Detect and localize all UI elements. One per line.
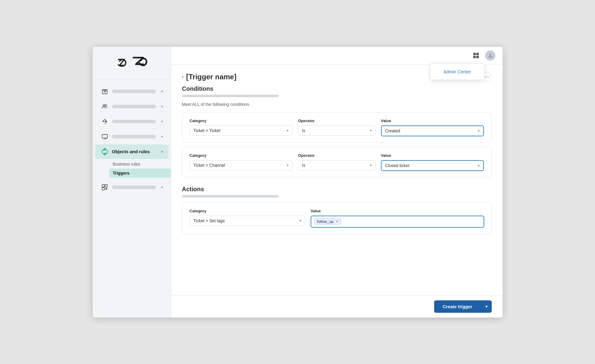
condition-2-operator-chevron: ▾ xyxy=(370,163,372,167)
condition-card-1: Category Ticket > Ticket ▾ Operator Is ▾ xyxy=(182,112,492,143)
svg-rect-1 xyxy=(104,91,105,92)
conditions-description: Meet ALL of the following conditions xyxy=(182,102,492,107)
condition-1-category-select[interactable]: Ticket > Ticket ▾ xyxy=(190,125,293,136)
condition-2-value-col: Value Closed ticket ▾ xyxy=(381,153,484,171)
apps-icon xyxy=(101,183,109,191)
action-1-category-select[interactable]: Ticket > Set tags ▾ xyxy=(190,216,305,226)
dropdown-arrow: ▾ xyxy=(485,304,488,309)
actions-bar xyxy=(182,195,279,198)
back-arrow[interactable]: ‹ xyxy=(182,74,184,80)
svg-rect-13 xyxy=(476,53,479,55)
condition-2-category-chevron: ▾ xyxy=(287,163,289,167)
svg-rect-11 xyxy=(102,188,104,190)
admin-center-dropdown: Admin Center xyxy=(430,63,485,80)
condition-1-operator-value: Is xyxy=(302,128,305,133)
nav-placeholder-apps xyxy=(112,185,156,189)
sidebar-item-business-rules[interactable]: Business rules xyxy=(109,160,171,169)
sidebar-item-triggers[interactable]: Triggers xyxy=(109,169,171,178)
conditions-section: Conditions Meet ALL of the following con… xyxy=(182,85,492,177)
action-1-tag-input[interactable]: follow_up ✕ xyxy=(311,216,484,228)
condition-1-category-col: Category Ticket > Ticket ▾ xyxy=(190,119,293,136)
zendesk-logo-icon xyxy=(131,55,150,72)
logo-area xyxy=(93,47,171,80)
tag-follow-up-remove[interactable]: ✕ xyxy=(335,220,338,224)
buildings-icon xyxy=(101,87,109,96)
create-trigger-button[interactable]: Create trigger xyxy=(434,300,481,313)
condition-card-2: Category Ticket > Channel ▾ Operator Is … xyxy=(182,147,492,177)
condition-1-value-value: Created xyxy=(385,128,400,133)
svg-rect-2 xyxy=(105,91,106,92)
sidebar-item-apps[interactable]: ▾ xyxy=(95,180,168,195)
header-icons xyxy=(471,50,495,61)
svg-point-16 xyxy=(489,53,491,56)
condition-2-value-label: Value xyxy=(381,153,484,158)
condition-1-category-value: Ticket > Ticket xyxy=(194,128,220,133)
condition-1-operator-select[interactable]: Is ▾ xyxy=(298,125,375,136)
nav-placeholder-buildings xyxy=(112,90,156,93)
objects-rules-label: Objects and rules xyxy=(112,149,158,154)
condition-1-operator-chevron: ▾ xyxy=(370,128,372,133)
create-trigger-button-group: Create trigger ▾ xyxy=(434,300,491,313)
action-1-category-col: Category Ticket > Set tags ▾ xyxy=(190,209,305,226)
condition-1-value-chevron: ▾ xyxy=(478,129,480,133)
svg-rect-10 xyxy=(105,185,107,187)
sidebar-item-objects-rules[interactable]: Objects and rules ▾ xyxy=(95,144,168,159)
svg-rect-14 xyxy=(473,56,476,58)
condition-1-value-select[interactable]: Created ▾ xyxy=(381,125,484,136)
condition-2-value-select[interactable]: Closed ticket ▾ xyxy=(381,160,484,171)
sidebar-item-buildings[interactable]: ▾ xyxy=(95,84,168,99)
people-icon xyxy=(101,102,109,111)
svg-rect-12 xyxy=(473,53,476,55)
nav-placeholder-people xyxy=(112,105,156,108)
condition-1-value-label: Value xyxy=(381,119,484,123)
condition-2-category-label: Category xyxy=(190,153,293,158)
content-footer: Create trigger ▾ xyxy=(171,295,503,318)
main-content: Admin Center ‹ [Trigger name] ··· Condit… xyxy=(171,47,503,318)
chevron-objects-rules: ▾ xyxy=(161,150,163,154)
action-1-category-value: Ticket > Set tags xyxy=(194,218,225,223)
actions-section: Actions Category Ticket > Set tags ▾ Val… xyxy=(182,186,492,234)
more-dots: ··· xyxy=(485,74,489,80)
condition-row-1: Category Ticket > Ticket ▾ Operator Is ▾ xyxy=(190,119,484,136)
avatar-icon xyxy=(487,52,493,59)
action-row-1: Category Ticket > Set tags ▾ Value follo… xyxy=(190,209,484,228)
condition-1-category-label: Category xyxy=(190,119,293,123)
user-avatar[interactable] xyxy=(485,50,495,61)
sidebar-item-channels[interactable]: ▾ xyxy=(95,114,168,129)
page-title: [Trigger name] xyxy=(186,73,237,81)
sidebar-item-people[interactable]: ▾ xyxy=(95,99,168,114)
svg-rect-7 xyxy=(102,135,107,138)
svg-point-8 xyxy=(105,138,107,139)
create-trigger-dropdown-button[interactable]: ▾ xyxy=(481,300,492,313)
chevron-display: ▾ xyxy=(161,135,163,139)
condition-1-value-col: Value Created ▾ xyxy=(381,119,484,136)
action-1-value-label: Value xyxy=(311,209,484,213)
action-1-category-chevron: ▾ xyxy=(299,219,301,223)
display-icon xyxy=(101,132,109,141)
condition-2-category-select[interactable]: Ticket > Channel ▾ xyxy=(190,160,293,170)
apps-grid-button[interactable] xyxy=(471,50,481,61)
grid-icon xyxy=(473,52,479,59)
sidebar-item-display[interactable]: ▾ xyxy=(95,129,168,144)
sub-nav: Business rules Triggers xyxy=(109,160,171,178)
conditions-bar xyxy=(182,95,279,97)
condition-1-operator-col: Operator Is ▾ xyxy=(298,119,375,136)
chevron-channels: ▾ xyxy=(161,119,163,124)
nav-placeholder-channels xyxy=(112,120,156,123)
condition-2-operator-select[interactable]: Is ▾ xyxy=(298,160,375,170)
nav-placeholder-display xyxy=(112,135,156,138)
sidebar-nav: ▾ ▾ ▾ xyxy=(93,80,171,318)
tag-follow-up: follow_up ✕ xyxy=(314,218,341,225)
chevron-buildings: ▾ xyxy=(161,89,163,93)
conditions-title: Conditions xyxy=(182,85,492,92)
condition-2-category-value: Ticket > Channel xyxy=(194,163,225,168)
condition-1-category-chevron: ▾ xyxy=(287,128,289,133)
objects-rules-icon xyxy=(101,147,109,156)
action-1-value-col: Value follow_up ✕ xyxy=(311,209,484,228)
tag-follow-up-text: follow_up xyxy=(317,219,334,224)
action-1-category-label: Category xyxy=(190,209,305,213)
admin-center-link[interactable]: Admin Center xyxy=(430,67,484,77)
condition-2-operator-col: Operator Is ▾ xyxy=(298,153,375,170)
main-header: Admin Center xyxy=(171,47,503,65)
condition-1-operator-label: Operator xyxy=(298,119,375,123)
